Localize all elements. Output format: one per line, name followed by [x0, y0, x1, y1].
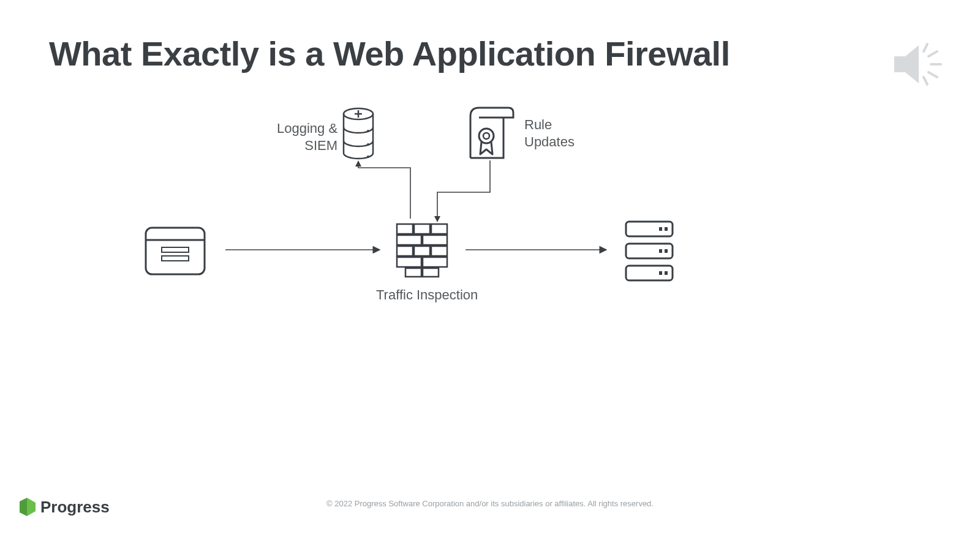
logging-siem-label: Logging & SIEM: [277, 120, 337, 154]
svg-marker-42: [355, 160, 361, 167]
svg-marker-43: [434, 216, 440, 222]
rule-label-line2: Updates: [524, 134, 575, 149]
connectors: [0, 92, 980, 367]
svg-line-1: [924, 44, 927, 51]
slide-title: What Exactly is a Web Application Firewa…: [49, 34, 730, 73]
logging-label-line2: SIEM: [304, 138, 337, 153]
svg-line-5: [924, 77, 927, 84]
progress-logo: Progress: [18, 497, 110, 517]
diagram: Logging & SIEM Rule Updates Traffic Insp…: [0, 92, 980, 367]
audio-icon: [888, 37, 943, 94]
svg-line-2: [929, 51, 937, 56]
rule-updates-label: Rule Updates: [524, 116, 575, 150]
slide: What Exactly is a Web Application Firewa…: [0, 0, 980, 551]
svg-line-4: [929, 72, 937, 77]
traffic-inspection-label: Traffic Inspection: [376, 287, 478, 304]
rule-label-line1: Rule: [524, 117, 552, 132]
logging-label-line1: Logging &: [277, 121, 337, 136]
progress-logo-icon: [18, 497, 37, 517]
progress-logo-text: Progress: [40, 498, 110, 517]
svg-marker-0: [894, 45, 919, 83]
copyright-footer: © 2022 Progress Software Corporation and…: [0, 499, 980, 508]
